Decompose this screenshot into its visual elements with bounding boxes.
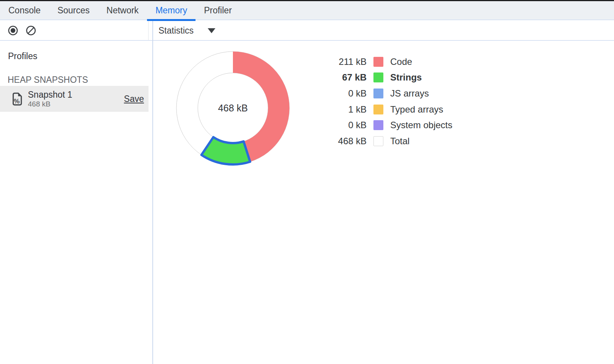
chevron-down-icon <box>208 28 215 33</box>
donut-slice-strings[interactable] <box>202 137 250 164</box>
legend-row-system-objects[interactable]: 0 kB System objects <box>333 117 452 133</box>
legend-swatch <box>373 136 383 146</box>
legend-swatch <box>373 120 383 130</box>
snapshot-item-texts: Snapshot 1 468 kB <box>28 90 72 108</box>
profiles-toolbar <box>0 21 149 40</box>
tab-sources[interactable]: Sources <box>49 1 98 19</box>
legend-value: 468 kB <box>333 136 367 147</box>
legend-row-total[interactable]: 468 kB Total <box>333 133 452 149</box>
chart-legend: 211 kB Code 67 kB Strings 0 kB JS arrays… <box>333 54 452 149</box>
legend-label: Typed arrays <box>390 104 443 115</box>
legend-row-code[interactable]: 211 kB Code <box>333 54 452 70</box>
legend-row-strings[interactable]: 67 kB Strings <box>333 70 452 86</box>
perspective-dropdown[interactable]: Statistics <box>158 26 215 36</box>
heap-snapshot-document-icon: % <box>13 92 23 106</box>
snapshot-item[interactable]: % Snapshot 1 468 kB Save <box>0 86 149 112</box>
snapshot-name: Snapshot 1 <box>28 90 72 100</box>
record-icon <box>8 25 18 36</box>
sidebar-title: Profiles <box>8 51 149 61</box>
legend-row-typed-arrays[interactable]: 1 kB Typed arrays <box>333 101 452 118</box>
profiles-sidebar: Profiles HEAP SNAPSHOTS % Snapshot 1 468… <box>0 41 149 364</box>
perspective-dropdown-value: Statistics <box>158 26 194 36</box>
legend-swatch <box>373 105 383 114</box>
donut-center-label: 468 kB <box>218 103 248 113</box>
legend-swatch <box>373 89 383 98</box>
devtools-window: Console Sources Network Memory Profiler <box>0 0 614 364</box>
legend-value: 1 kB <box>333 104 367 115</box>
legend-value: 0 kB <box>333 88 367 99</box>
clear-all-profiles-button[interactable] <box>26 25 36 36</box>
legend-swatch <box>373 72 383 82</box>
heap-snapshots-section-label: HEAP SNAPSHOTS <box>8 74 149 85</box>
legend-row-js-arrays[interactable]: 0 kB JS arrays <box>333 85 452 101</box>
view-toolbar: Statistics <box>149 21 614 40</box>
tab-profiler[interactable]: Profiler <box>196 1 240 19</box>
svg-text:%: % <box>14 98 19 105</box>
toolbar: Statistics <box>0 21 614 41</box>
legend-label: Code <box>390 56 412 67</box>
record-heap-snapshot-button[interactable] <box>8 25 18 36</box>
heap-donut-chart: 468 kB <box>170 45 296 171</box>
legend-label: Total <box>390 136 410 147</box>
legend-value: 67 kB <box>333 72 367 83</box>
legend-value: 0 kB <box>333 120 367 130</box>
legend-label: JS arrays <box>390 88 429 99</box>
tab-console[interactable]: Console <box>0 1 49 19</box>
save-snapshot-link[interactable]: Save <box>124 94 145 104</box>
legend-swatch <box>373 57 383 67</box>
statistics-view: 468 kB 211 kB Code 67 kB Strings 0 kB JS… <box>153 41 614 364</box>
snapshot-size: 468 kB <box>28 100 72 108</box>
panel-tabbar: Console Sources Network Memory Profiler <box>0 1 614 20</box>
tab-network[interactable]: Network <box>98 1 147 19</box>
block-icon <box>26 25 36 36</box>
legend-value: 211 kB <box>333 56 367 67</box>
tab-memory[interactable]: Memory <box>147 1 196 19</box>
panel-splitter[interactable] <box>152 21 153 364</box>
legend-label: Strings <box>390 72 422 83</box>
legend-label: System objects <box>390 120 452 130</box>
